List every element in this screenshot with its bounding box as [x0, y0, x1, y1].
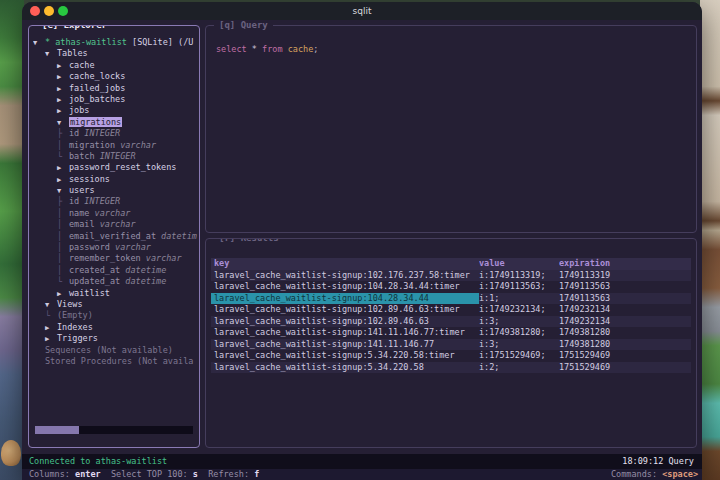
table-cell[interactable]: i:1749381280; — [479, 327, 559, 339]
tree-item[interactable]: │email varchar — [33, 219, 198, 230]
tree-guide: │ — [57, 219, 69, 230]
table-row[interactable]: laravel_cache_waitlist-signup:104.28.34.… — [211, 281, 691, 293]
table-cell[interactable]: 1749232134 — [559, 316, 691, 328]
table-cell[interactable]: laravel_cache_waitlist-signup:104.28.34.… — [211, 293, 479, 305]
tree-item[interactable]: ├id INTEGER — [33, 196, 198, 207]
tree-item[interactable]: ▼* athas-waitlist [SQLite] (/U — [33, 37, 198, 48]
shortcut-key: enter — [75, 469, 101, 479]
window-title: sqlit — [22, 6, 702, 16]
table-row[interactable]: laravel_cache_waitlist-signup:5.34.220.5… — [211, 350, 691, 362]
table-cell[interactable]: i:1749113319; — [479, 270, 559, 282]
table-cell[interactable]: laravel_cache_waitlist-signup:104.28.34.… — [211, 281, 479, 293]
table-cell[interactable]: 1751529469 — [559, 362, 691, 374]
tree-item[interactable]: │migration varchar — [33, 140, 198, 151]
shortcut-key: s — [193, 469, 198, 479]
table-cell[interactable]: laravel_cache_waitlist-signup:5.34.220.5… — [211, 362, 479, 374]
chevron-collapsed-icon[interactable]: ▶ — [57, 61, 69, 71]
chevron-expanded-icon[interactable]: ▼ — [57, 118, 69, 128]
tree-item[interactable]: ▼Tables — [33, 48, 198, 59]
tree-item[interactable]: │password varchar — [33, 242, 198, 253]
table-cell[interactable]: 1749381280 — [559, 327, 691, 339]
table-row[interactable]: laravel_cache_waitlist-signup:104.28.34.… — [211, 293, 691, 305]
tree-item[interactable]: └updated_at datetime — [33, 276, 198, 287]
column-header-key[interactable]: key — [211, 258, 479, 270]
table-cell[interactable]: 1749113563 — [559, 293, 691, 305]
table-cell[interactable]: laravel_cache_waitlist-signup:141.11.146… — [211, 327, 479, 339]
table-cell[interactable]: i:2; — [479, 362, 559, 374]
tree-item[interactable]: ├id INTEGER — [33, 128, 198, 139]
table-row[interactable]: laravel_cache_waitlist-signup:141.11.146… — [211, 339, 691, 351]
chevron-collapsed-icon[interactable]: ▶ — [57, 289, 69, 299]
tree-item[interactable]: ▶password_reset_tokens — [33, 162, 198, 173]
table-row[interactable]: laravel_cache_waitlist-signup:102.89.46.… — [211, 316, 691, 328]
tree-item[interactable]: Stored Procedures (Not availa — [33, 356, 198, 367]
tree-item[interactable]: ▶cache — [33, 60, 198, 71]
tree-item[interactable]: ▶Indexes — [33, 322, 198, 333]
table-cell[interactable]: 1749113319 — [559, 270, 691, 282]
table-cell[interactable]: i:3; — [479, 339, 559, 351]
chevron-expanded-icon[interactable]: ▼ — [45, 49, 57, 59]
tree-item[interactable]: │remember_token varchar — [33, 253, 198, 264]
table-cell[interactable]: laravel_cache_waitlist-signup:102.176.23… — [211, 270, 479, 282]
table-cell[interactable]: i:3; — [479, 316, 559, 328]
table-row[interactable]: laravel_cache_waitlist-signup:102.176.23… — [211, 270, 691, 282]
table-cell[interactable]: laravel_cache_waitlist-signup:5.34.220.5… — [211, 350, 479, 362]
tree-item[interactable]: ▶failed_jobs — [33, 83, 198, 94]
tree-item[interactable]: Sequences (Not available) — [33, 345, 198, 356]
table-cell[interactable]: 1751529469 — [559, 350, 691, 362]
chevron-collapsed-icon[interactable]: ▶ — [45, 334, 57, 344]
column-header-value[interactable]: value — [479, 258, 559, 270]
chevron-collapsed-icon[interactable]: ▶ — [57, 163, 69, 173]
table-cell[interactable]: laravel_cache_waitlist-signup:102.89.46.… — [211, 316, 479, 328]
tree-item[interactable]: ▶waitlist — [33, 288, 198, 299]
tree-item[interactable]: │email_verified_at datetim — [33, 231, 198, 242]
column-header-expiration[interactable]: expiration — [559, 258, 691, 270]
table-cell[interactable]: laravel_cache_waitlist-signup:141.11.146… — [211, 339, 479, 351]
tree-item[interactable]: │created_at datetime — [33, 265, 198, 276]
chevron-collapsed-icon[interactable]: ▶ — [45, 323, 57, 333]
tree-item[interactable]: └batch INTEGER — [33, 151, 198, 162]
tree-item[interactable]: ▶jobs — [33, 105, 198, 116]
chevron-expanded-icon[interactable]: ▼ — [45, 300, 57, 310]
tree-item[interactable]: ▶job_batches — [33, 94, 198, 105]
tree-item-label: updated_at — [69, 276, 120, 286]
chevron-expanded-icon[interactable]: ▼ — [33, 38, 45, 48]
table-cell[interactable]: 1749113563 — [559, 281, 691, 293]
tree-item[interactable]: ▼Views — [33, 299, 198, 310]
tree-item[interactable]: │name varchar — [33, 208, 198, 219]
table-cell[interactable]: 1749232134 — [559, 304, 691, 316]
tree-guide: ├ — [57, 128, 69, 139]
tree-item[interactable]: ▶cache_locks — [33, 71, 198, 82]
tree-item[interactable]: ▶Triggers — [33, 333, 198, 344]
explorer-scrollbar[interactable] — [35, 426, 193, 434]
table-cell[interactable]: i:1751529469; — [479, 350, 559, 362]
tree-guide: └ — [45, 310, 57, 321]
database-tree: ▼* athas-waitlist [SQLite] (/U▼Tables▶ca… — [33, 37, 198, 367]
table-row[interactable]: laravel_cache_waitlist-signup:5.34.220.5… — [211, 362, 691, 374]
commands-hint: Commands: <space> — [611, 469, 698, 480]
table-row[interactable]: laravel_cache_waitlist-signup:141.11.146… — [211, 327, 691, 339]
table-cell[interactable]: 1749381280 — [559, 339, 691, 351]
table-row[interactable]: laravel_cache_waitlist-signup:102.89.46.… — [211, 304, 691, 316]
explorer-scrollbar-thumb[interactable] — [35, 426, 79, 434]
table-cell[interactable]: i:1; — [479, 293, 559, 305]
window-titlebar[interactable]: sqlit — [22, 2, 702, 20]
tree-item[interactable]: ▼users — [33, 185, 198, 196]
shortcut-hints: Columns: enter Select TOP 100: s Refresh… — [29, 469, 259, 480]
tree-item[interactable]: ▶sessions — [33, 174, 198, 185]
tree-item[interactable]: ▼migrations — [33, 117, 198, 128]
chevron-expanded-icon[interactable]: ▼ — [57, 186, 69, 196]
tree-item-label: migrations — [69, 117, 122, 127]
tree-item[interactable]: └(Empty) — [33, 310, 198, 321]
desktop: sqlit [e] Explorer ▼* athas-waitlist [SQ… — [0, 0, 720, 480]
table-cell[interactable]: i:1749113563; — [479, 281, 559, 293]
chevron-collapsed-icon[interactable]: ▶ — [57, 175, 69, 185]
column-type-label: varchar — [89, 208, 130, 218]
chevron-collapsed-icon[interactable]: ▶ — [57, 95, 69, 105]
chevron-collapsed-icon[interactable]: ▶ — [57, 84, 69, 94]
chevron-collapsed-icon[interactable]: ▶ — [57, 72, 69, 82]
query-editor[interactable]: select * from cache; — [216, 44, 318, 54]
chevron-collapsed-icon[interactable]: ▶ — [57, 106, 69, 116]
table-cell[interactable]: laravel_cache_waitlist-signup:102.89.46.… — [211, 304, 479, 316]
table-cell[interactable]: i:1749232134; — [479, 304, 559, 316]
